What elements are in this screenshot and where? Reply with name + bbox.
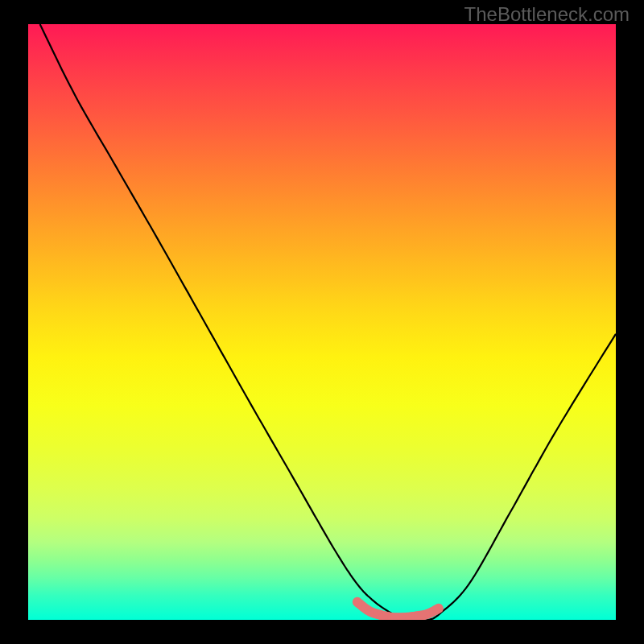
watermark-text: TheBottleneck.com xyxy=(464,3,630,26)
optimal-zone-dots xyxy=(357,602,439,618)
chart-svg xyxy=(28,24,616,620)
bottleneck-curve-line xyxy=(40,24,616,620)
svg-line-27 xyxy=(437,609,438,609)
chart-plot-area xyxy=(28,24,616,620)
